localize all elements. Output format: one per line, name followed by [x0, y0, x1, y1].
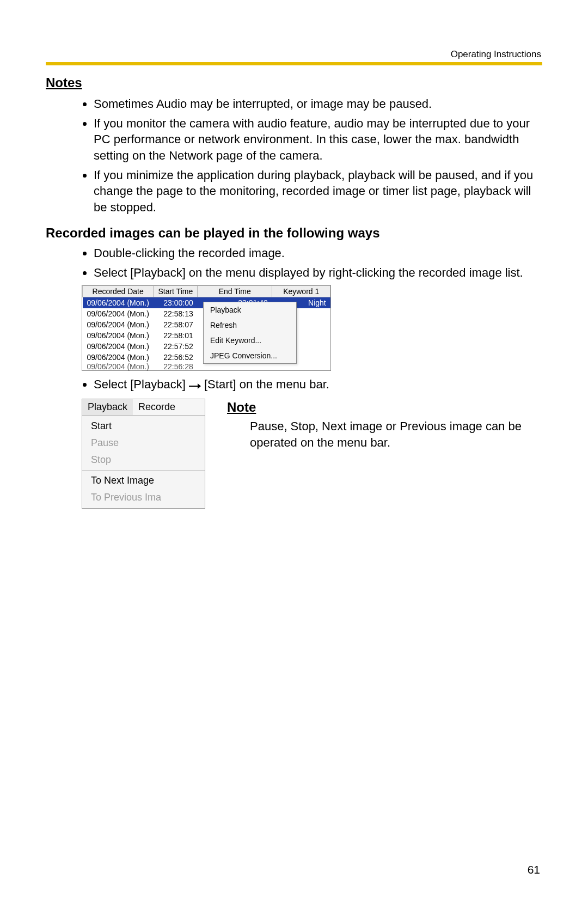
cell-date: 09/06/2004 (Mon.)	[83, 319, 154, 330]
menu-playback[interactable]: Playback	[204, 302, 296, 318]
separator	[82, 470, 205, 471]
cell-start: 22:57:52	[154, 341, 198, 352]
menu-tab-recorded[interactable]: Recorde	[133, 399, 181, 415]
menu-tab-playback[interactable]: Playback	[82, 399, 133, 415]
cell-start: 22:58:13	[154, 308, 198, 319]
context-menu: Playback Refresh Edit Keyword... JPEG Co…	[203, 302, 297, 364]
svg-marker-1	[198, 383, 201, 389]
bullet-item: If you monitor the camera with audio fea…	[94, 115, 542, 164]
menu-to-next-image[interactable]: To Next Image	[82, 472, 205, 489]
cell-start: 23:00:00	[154, 297, 198, 309]
notes-list: Sometimes Audio may be interrupted, or i…	[81, 96, 542, 216]
menubar: Playback Recorde	[82, 399, 205, 416]
bullet-item: Select [Playback] [Start] on the menu ba…	[94, 376, 542, 393]
col-keyword1[interactable]: Keyword 1	[272, 286, 330, 297]
cell-start: 22:58:01	[154, 330, 198, 341]
menu-edit-keyword[interactable]: Edit Keyword...	[204, 333, 296, 348]
arrow-icon	[189, 377, 201, 394]
cell-start: 22:56:52	[154, 352, 198, 363]
menu-to-previous-image: To Previous Ima	[82, 489, 205, 506]
page-number: 61	[528, 863, 540, 876]
playback-ways-list-cont: Select [Playback] [Start] on the menu ba…	[81, 376, 542, 393]
note-text: Pause, Stop, Next image or Previous imag…	[250, 418, 542, 450]
recorded-list-window: Recorded Date Start Time End Time Keywor…	[82, 285, 331, 371]
document-page: Operating Instructions Notes Sometimes A…	[0, 0, 588, 909]
menu-jpeg-conversion[interactable]: JPEG Conversion...	[204, 348, 296, 363]
playback-dropdown: Start Pause Stop To Next Image To Previo…	[82, 416, 205, 508]
body-content: Notes Sometimes Audio may be interrupted…	[46, 51, 542, 509]
cell-date: 09/06/2004 (Mon.)	[83, 297, 154, 309]
playback-menu-screenshot: Playback Recorde Start Pause Stop To Nex…	[82, 399, 205, 509]
note-block: Note Pause, Stop, Next image or Previous…	[227, 399, 542, 450]
notes-heading: Notes	[46, 75, 542, 90]
bullet-item: If you minimize the application during p…	[94, 167, 542, 216]
recorded-list-screenshot: Recorded Date Start Time End Time Keywor…	[82, 285, 542, 373]
col-recorded-date[interactable]: Recorded Date	[83, 286, 154, 297]
playback-ways-heading: Recorded images can be played in the fol…	[46, 225, 542, 241]
menu-stop: Stop	[82, 452, 205, 468]
menu-refresh[interactable]: Refresh	[204, 318, 296, 333]
col-end-time[interactable]: End Time	[198, 286, 272, 297]
bullet-text-pre: Select [Playback]	[94, 377, 186, 391]
cell-date: 09/06/2004 (Mon.)	[83, 341, 154, 352]
menu-start[interactable]: Start	[82, 418, 205, 435]
bullet-text-post: [Start] on the menu bar.	[204, 377, 329, 391]
bullet-item: Sometimes Audio may be interrupted, or i…	[94, 96, 542, 112]
cell-date: 09/06/2004 (Mon.)	[83, 330, 154, 341]
cell-date: 09/06/2004 (Mon.)	[83, 352, 154, 363]
cell-date: 09/06/2004 (Mon.)	[83, 363, 154, 370]
cell-date: 09/06/2004 (Mon.)	[83, 308, 154, 319]
table-row[interactable]: 09/06/2004 (Mon.) 22:56:28	[83, 363, 330, 370]
bullet-item: Double-clicking the recorded image.	[94, 245, 542, 261]
menu-pause: Pause	[82, 435, 205, 452]
cell-start: 22:58:07	[154, 319, 198, 330]
note-heading: Note	[227, 400, 542, 415]
bullet-item: Select [Playback] on the menu displayed …	[94, 265, 542, 281]
playback-ways-list: Double-clicking the recorded image. Sele…	[81, 245, 542, 280]
cell-start: 22:56:28	[154, 363, 198, 370]
table-header-row: Recorded Date Start Time End Time Keywor…	[83, 286, 330, 297]
col-start-time[interactable]: Start Time	[154, 286, 198, 297]
